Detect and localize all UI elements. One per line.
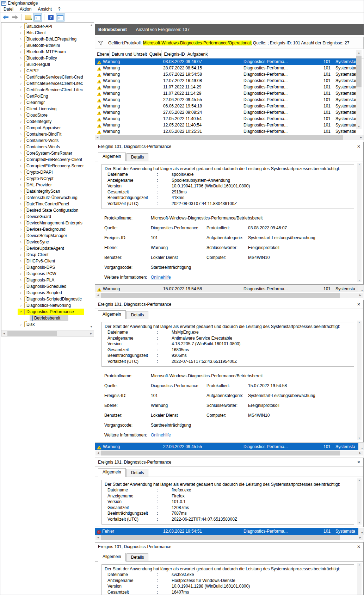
chevron-right-icon[interactable]: › (18, 75, 23, 79)
chevron-right-icon[interactable]: › (18, 88, 23, 92)
tree-item[interactable]: › Crypto-NCrypt (1, 175, 94, 182)
forward-button[interactable] (11, 13, 19, 21)
event-row[interactable]: !Fehler 12.03.2022 19:54:51 Diagnostics-… (95, 528, 364, 535)
scroll-down-icon[interactable]: ▼ (357, 279, 362, 281)
event-row[interactable]: !Warnung 12.05.2022 11:40:54 Diagnostics… (95, 122, 356, 128)
scroll-down-icon[interactable]: ▼ (358, 443, 364, 450)
chevron-right-icon[interactable]: › (18, 266, 23, 269)
scroll-right-icon[interactable]: ▶ (358, 452, 363, 454)
pane-vertical-scrollbar[interactable]: ▲ ▼ (357, 563, 362, 595)
scroll-up-icon[interactable]: ▲ (357, 321, 362, 323)
chevron-right-icon[interactable]: › (18, 158, 23, 161)
scroll-right-icon[interactable]: ▶ (88, 332, 94, 335)
tree-item[interactable]: › Diagnosis-PLA (1, 277, 94, 283)
menu-item[interactable]: ? (55, 6, 64, 12)
chevron-right-icon[interactable]: › (18, 177, 23, 180)
scroll-right-icon[interactable]: ▶ (358, 294, 363, 297)
chevron-right-icon[interactable]: › (18, 196, 23, 199)
chevron-right-icon[interactable]: › (18, 113, 23, 117)
tree-item[interactable]: › CAPI2 (1, 68, 94, 74)
chevron-right-icon[interactable]: › (18, 209, 23, 212)
scrollbar-track[interactable] (101, 293, 358, 298)
scrollbar-track[interactable] (101, 535, 358, 540)
chevron-right-icon[interactable]: › (18, 297, 23, 301)
show-action-pane-button[interactable] (56, 13, 64, 21)
scrollbar-track[interactable] (7, 331, 88, 336)
scroll-up-icon[interactable]: ▲ (357, 564, 362, 566)
close-icon[interactable]: ✕ (357, 544, 360, 549)
tree-item[interactable]: › CorruptedFileRecovery-Client (1, 156, 94, 163)
chevron-right-icon[interactable]: › (18, 183, 23, 187)
tree-item[interactable]: › DAL-Provider (1, 182, 94, 188)
tree-item[interactable]: › Diagnostics-Networking (1, 302, 94, 309)
chevron-right-icon[interactable]: › (18, 221, 23, 225)
chevron-right-icon[interactable]: › (18, 69, 23, 73)
tree-item[interactable]: › Cleanmgr (1, 99, 94, 106)
table-horizontal-scrollbar[interactable]: ◀ ▶ (95, 135, 364, 140)
tab-details[interactable]: Details (127, 553, 149, 561)
chevron-right-icon[interactable]: › (18, 259, 23, 263)
tree-item[interactable]: › CertificateServicesClient-Lifec (1, 80, 94, 87)
tree-item[interactable]: › CloudStore (1, 112, 94, 118)
event-row[interactable]: !Warnung 22.06.2022 09:45:55 Diagnostics… (95, 97, 356, 103)
chevron-right-icon[interactable]: › (18, 25, 23, 28)
event-row[interactable]: !Warnung 15.07.2022 19:54:58 Diagnostics… (95, 71, 356, 78)
event-row[interactable]: !Warnung 03.08.2022 09:46:07 Diagnostics… (95, 58, 356, 65)
event-row[interactable]: !Warnung 15.07.2022 19:54:58 Diagnostics… (95, 285, 364, 292)
event-row[interactable]: !Warnung 12.05.2022 10:25:31 Diagnostics… (95, 128, 356, 135)
pane-vertical-scrollbar[interactable]: ▲ ▼ (357, 478, 362, 525)
chevron-right-icon[interactable]: › (18, 94, 23, 98)
chevron-right-icon[interactable]: › (18, 151, 23, 155)
tree-item[interactable]: › Bits-Client (1, 30, 94, 36)
strip-horizontal-scrollbar[interactable]: ◀ ▶ (95, 535, 363, 540)
tree-item[interactable]: › Devices-Background (1, 226, 94, 233)
scroll-up-icon[interactable]: ▲ (357, 163, 362, 166)
scrollbar-track[interactable] (101, 451, 358, 456)
tab-allgemein[interactable]: Allgemein (98, 468, 126, 477)
tab-allgemein[interactable]: Allgemein (98, 553, 126, 562)
tree-item[interactable]: › Bluetooth-BthLEPrepairing (1, 36, 94, 42)
tree-item[interactable]: › Containers-Wcnfs (1, 144, 94, 150)
chevron-right-icon[interactable]: › (18, 285, 23, 288)
scroll-down-icon[interactable]: ▼ (357, 437, 362, 439)
scroll-up-icon[interactable]: ▲ (357, 479, 362, 481)
tree-item[interactable]: › Diagnosis-DPS (1, 264, 94, 271)
strip-horizontal-scrollbar[interactable]: ◀ ▶ (95, 293, 363, 298)
tree-item[interactable]: › BitLocker-API (1, 23, 94, 30)
tree-item[interactable]: › CertPolEng (1, 93, 94, 99)
tree-item[interactable]: › DHCPv6-Client (1, 258, 94, 264)
column-header[interactable]: Ebene (95, 50, 110, 58)
tree-item[interactable]: › Containers-BindFlt (1, 131, 94, 137)
event-row[interactable]: !Warnung 28.07.2022 08:54:15 Diagnostics… (95, 65, 356, 71)
scroll-down-icon[interactable]: ▼ (358, 528, 364, 535)
chevron-right-icon[interactable]: › (18, 37, 23, 41)
menu-item[interactable]: Datei (0, 6, 17, 12)
scrollbar-thumb[interactable] (356, 56, 362, 87)
tree-item[interactable]: › DeviceManagement-Enterpris (1, 220, 94, 226)
chevron-right-icon[interactable]: › (18, 120, 23, 123)
scroll-left-icon[interactable]: ◀ (1, 332, 7, 335)
column-header[interactable]: Aufgabenk (185, 50, 208, 58)
chevron-right-icon[interactable]: › (18, 82, 23, 85)
column-header[interactable]: Quelle (147, 50, 162, 58)
chevron-right-icon[interactable]: › (18, 171, 23, 174)
tree-item[interactable]: › Datenschutz-Überwachung (1, 194, 94, 201)
tab-details[interactable]: Details (127, 153, 149, 161)
event-row[interactable]: !Warnung 22.06.2022 09:45:55 Diagnostics… (95, 443, 364, 450)
tree-item[interactable]: › Containers-Wcifs (1, 137, 94, 144)
close-icon[interactable]: ✕ (357, 302, 360, 307)
tab-details[interactable]: Details (127, 311, 149, 319)
scroll-down-icon[interactable]: ▼ (356, 125, 362, 128)
chevron-right-icon[interactable]: › (18, 323, 23, 326)
tree-horizontal-scrollbar[interactable]: ◀ ▶ (1, 330, 94, 336)
tree-item[interactable]: › Crypto-DPAPI (1, 169, 94, 175)
filter-bar[interactable]: Gefiltert:Protokoll: Microsoft-Windows-D… (95, 37, 364, 49)
tree-item[interactable]: › DateTimeControlPanel (1, 201, 94, 207)
chevron-right-icon[interactable]: › (18, 101, 23, 104)
chevron-right-icon[interactable]: › (18, 240, 23, 244)
chevron-right-icon[interactable]: › (18, 215, 23, 218)
tree-item[interactable]: › Build-RegDll (1, 61, 94, 68)
scrollbar-thumb[interactable] (7, 331, 57, 336)
tree-item[interactable]: › DeviceUpdateAgent (1, 245, 94, 252)
tree-item[interactable]: › DeviceSetupManager (1, 233, 94, 239)
